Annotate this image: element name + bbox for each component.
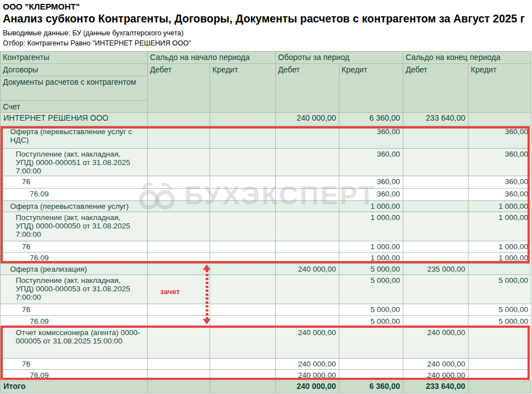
cell-end-debit[interactable]: 233 640,00 — [403, 113, 469, 126]
cell-turn-debit[interactable] — [276, 275, 339, 304]
row-label[interactable]: 76 — [1, 359, 148, 370]
cell-turn-debit[interactable]: 240 000,00 — [276, 327, 339, 359]
cell-end-debit[interactable]: 240 000,00 — [403, 327, 469, 359]
cell-turn-debit[interactable] — [276, 189, 339, 201]
cell-end-debit[interactable] — [403, 189, 469, 201]
cell-end-credit[interactable]: 360,00 — [469, 189, 531, 201]
cell-end-credit[interactable]: 5 000,00 — [469, 275, 531, 304]
row-label[interactable]: 76 — [1, 176, 148, 189]
cell-start-credit[interactable] — [210, 201, 276, 212]
cell-turn-credit[interactable]: 360,00 — [339, 126, 403, 149]
cell-turn-debit[interactable]: 240 000,00 — [276, 370, 339, 381]
cell-start-credit[interactable] — [210, 113, 276, 126]
cell-start-credit[interactable] — [210, 253, 276, 264]
row-label[interactable]: 76.09 — [1, 316, 148, 327]
row-label[interactable]: 76.09 — [1, 253, 148, 264]
cell-turn-debit[interactable]: 240 000,00 — [276, 359, 339, 370]
cell-end-debit[interactable] — [403, 201, 469, 212]
cell-start-credit[interactable] — [210, 359, 276, 370]
cell-start-debit[interactable] — [148, 149, 210, 176]
cell-turn-debit[interactable] — [276, 212, 339, 241]
cell-turn-credit[interactable]: 1 000,00 — [339, 212, 403, 241]
cell-turn-credit[interactable]: 360,00 — [339, 176, 403, 189]
cell-end-credit[interactable]: 1 000,00 — [469, 241, 531, 253]
cell-end-debit[interactable] — [403, 149, 469, 176]
cell-end-credit[interactable]: 360,00 — [469, 126, 531, 149]
cell-end-debit[interactable]: 240 000,00 — [403, 370, 469, 381]
cell-end-credit[interactable]: 1 000,00 — [469, 253, 531, 264]
cell-turn-debit[interactable] — [276, 253, 339, 264]
cell-start-credit[interactable] — [210, 212, 276, 241]
cell-start-credit[interactable] — [210, 189, 276, 201]
cell-start-debit[interactable] — [148, 327, 210, 359]
cell-turn-credit[interactable] — [339, 327, 403, 359]
row-label[interactable]: Оферта (реализация) — [1, 264, 148, 275]
cell-turn-credit[interactable] — [339, 370, 403, 381]
cell-end-debit[interactable] — [403, 304, 469, 316]
cell-end-credit[interactable]: 5 000,00 — [469, 316, 531, 327]
cell-end-debit[interactable] — [403, 253, 469, 264]
cell-start-debit[interactable] — [148, 316, 210, 327]
cell-turn-credit[interactable]: 6 360,00 — [339, 113, 403, 126]
cell-start-debit[interactable] — [148, 264, 210, 275]
cell-end-credit[interactable] — [469, 327, 531, 359]
cell-turn-credit[interactable]: 5 000,00 — [339, 275, 403, 304]
row-label[interactable]: 76.09 — [1, 189, 148, 201]
cell-end-debit[interactable] — [403, 212, 469, 241]
cell-turn-debit[interactable] — [276, 126, 339, 149]
cell-turn-credit[interactable]: 5 000,00 — [339, 264, 403, 275]
row-label[interactable]: 76 — [1, 241, 148, 253]
cell-start-debit[interactable] — [148, 304, 210, 316]
cell-end-debit[interactable] — [403, 316, 469, 327]
cell-turn-debit[interactable] — [276, 241, 339, 253]
cell-turn-credit[interactable]: 360,00 — [339, 149, 403, 176]
cell-turn-debit[interactable] — [276, 316, 339, 327]
cell-end-credit[interactable] — [469, 113, 531, 126]
cell-start-debit[interactable] — [148, 201, 210, 212]
cell-end-debit[interactable]: 240 000,00 — [403, 359, 469, 370]
cell-start-debit[interactable] — [148, 189, 210, 201]
cell-start-debit[interactable] — [148, 113, 210, 126]
row-label[interactable]: Поступление (акт, накладная, УПД) 0000-0… — [1, 212, 148, 241]
cell-turn-debit[interactable] — [276, 149, 339, 176]
cell-end-credit[interactable]: 360,00 — [469, 149, 531, 176]
cell-start-debit[interactable] — [148, 126, 210, 149]
cell-start-debit[interactable] — [148, 275, 210, 304]
cell-turn-credit[interactable]: 5 000,00 — [339, 304, 403, 316]
cell-end-credit[interactable]: 5 000,00 — [469, 304, 531, 316]
cell-start-credit[interactable] — [210, 316, 276, 327]
cell-start-debit[interactable] — [148, 241, 210, 253]
cell-turn-debit[interactable]: 240 000,00 — [276, 113, 339, 126]
row-label[interactable]: Оферта (перевыставление услуг с НДС) — [1, 126, 148, 149]
cell-start-credit[interactable] — [210, 176, 276, 189]
cell-turn-credit[interactable]: 5 000,00 — [339, 316, 403, 327]
cell-turn-debit[interactable]: 240 000,00 — [276, 264, 339, 275]
cell-end-credit[interactable] — [469, 264, 531, 275]
cell-end-debit[interactable] — [403, 176, 469, 189]
cell-end-credit[interactable]: 1 000,00 — [469, 201, 531, 212]
cell-turn-credit[interactable]: 1 000,00 — [339, 241, 403, 253]
cell-start-debit[interactable] — [148, 176, 210, 189]
cell-turn-debit[interactable] — [276, 304, 339, 316]
cell-end-credit[interactable]: 360,00 — [469, 176, 531, 189]
row-label[interactable]: Поступление (акт, накладная, УПД) 0000-0… — [1, 275, 148, 304]
cell-start-credit[interactable] — [210, 370, 276, 381]
cell-end-debit[interactable] — [403, 241, 469, 253]
cell-end-debit[interactable] — [403, 126, 469, 149]
cell-turn-debit[interactable] — [276, 201, 339, 212]
cell-turn-debit[interactable] — [276, 176, 339, 189]
cell-end-credit[interactable]: 1 000,00 — [469, 212, 531, 241]
cell-turn-credit[interactable]: 1 000,00 — [339, 253, 403, 264]
cell-end-credit[interactable] — [469, 370, 531, 381]
cell-turn-credit[interactable] — [339, 359, 403, 370]
row-label[interactable]: ИНТЕРНЕТ РЕШЕНИЯ ООО — [1, 113, 148, 126]
cell-start-credit[interactable] — [210, 149, 276, 176]
cell-end-credit[interactable] — [469, 359, 531, 370]
row-label[interactable]: 76.09 — [1, 370, 148, 381]
cell-end-debit[interactable]: 235 000,00 — [403, 264, 469, 275]
cell-start-credit[interactable] — [210, 264, 276, 275]
cell-end-debit[interactable] — [403, 275, 469, 304]
row-label[interactable]: Отчет комиссионера (агента) 0000-000005 … — [1, 327, 148, 359]
cell-start-debit[interactable] — [148, 212, 210, 241]
cell-start-credit[interactable] — [210, 241, 276, 253]
